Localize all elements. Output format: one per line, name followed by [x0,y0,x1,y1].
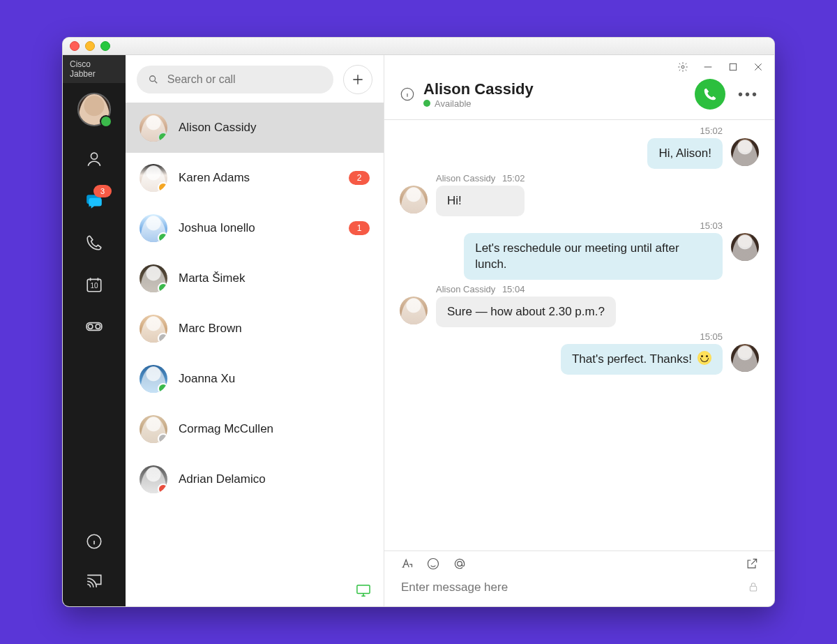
contact-row[interactable]: Alison Cassidy [126,103,384,153]
message-bubble: Sure — how about 2.30 p.m.? [436,297,616,327]
message-avatar [400,186,428,214]
contacts-nav-icon[interactable] [84,149,105,170]
nav-rail: Cisco Jabber 3 10 [63,55,126,606]
close-icon[interactable] [752,61,764,73]
mention-icon[interactable] [453,557,467,573]
message-sender: Alison Cassidy [436,284,495,294]
call-button[interactable] [695,79,725,110]
more-menu[interactable]: ••• [738,87,759,103]
presence-dot-icon [158,132,167,142]
presence-dot-icon [158,182,167,192]
format-icon[interactable] [400,557,414,573]
lock-icon [748,581,759,595]
composer [384,551,774,606]
self-avatar[interactable] [77,83,111,126]
chat-badge: 3 [93,185,112,197]
presence-dot-icon [158,433,167,443]
calls-nav-icon[interactable] [84,232,105,253]
svg-rect-9 [730,63,736,70]
chat-title: Alison Cassidy [423,80,534,98]
minimize-icon[interactable] [702,61,714,73]
device-icon[interactable] [356,583,371,599]
message-time: 15:02 [700,126,723,136]
zoom-traffic-light[interactable] [100,41,110,51]
presence-dot-icon [158,484,167,493]
popout-icon[interactable] [745,557,759,573]
emoji-icon[interactable] [426,557,440,573]
message-time: 15:04 [502,284,525,294]
contact-avatar [140,315,167,343]
search-box[interactable] [137,66,333,93]
chat-info-icon[interactable] [400,87,415,102]
contact-avatar [140,465,167,493]
cast-nav-icon[interactable] [84,570,105,591]
contact-name: Joshua Ionello [179,221,255,235]
message-input[interactable] [400,580,748,595]
presence-dot-icon [158,333,167,343]
message-meta: 15:05 [695,331,723,342]
presence-dot-icon [158,232,167,242]
add-button[interactable] [343,65,372,94]
message-meta: Alison Cassidy 15:02 [436,173,525,184]
svg-point-3 [88,324,92,329]
message-avatar [731,233,759,261]
search-input[interactable] [166,73,322,87]
info-nav-icon[interactable] [84,531,105,552]
message-avatar [400,297,428,324]
mac-titlebar [63,38,774,55]
svg-point-4 [96,324,100,329]
contact-name: Marc Brown [179,322,242,336]
chat-nav-icon[interactable]: 3 [84,190,105,211]
contact-avatar [140,214,167,242]
contact-row[interactable]: Marta Šimek [126,253,384,304]
calendar-nav-icon[interactable]: 10 [84,274,105,295]
svg-rect-2 [86,323,102,331]
message-time: 15:05 [700,331,723,342]
message-meta: 15:02 [695,126,723,136]
app-title: Cisco Jabber [63,55,126,83]
search-icon [148,73,159,86]
message-time: 15:03 [700,220,723,231]
message-row: 15:05That's perfect. Thanks! [400,331,759,375]
chat-status: Available [423,98,534,109]
close-traffic-light[interactable] [70,41,80,51]
maximize-icon[interactable] [727,61,739,73]
contact-row[interactable]: Marc Brown [126,304,384,354]
contact-name: Alison Cassidy [179,121,257,135]
presence-dot-icon [423,100,430,107]
chat-status-label: Available [435,98,472,109]
contact-row[interactable]: Karen Adams2 [126,153,384,203]
message-sender: Alison Cassidy [436,173,495,184]
svg-rect-7 [357,585,370,594]
plus-icon [351,73,365,87]
app-window: Cisco Jabber 3 10 [62,37,775,607]
svg-point-12 [458,562,462,567]
contact-avatar [140,114,167,142]
message-list[interactable]: 15:02Hi, Alison!Alison Cassidy 15:02Hi!1… [384,120,774,551]
chat-panel: Alison Cassidy Available ••• 15:02Hi, Al… [384,55,774,606]
presence-dot-icon [158,283,167,292]
contact-row[interactable]: Joshua Ionello1 [126,203,384,253]
svg-rect-13 [750,586,756,591]
message-bubble: Hi, Alison! [647,138,723,169]
contact-row[interactable]: Joanna Xu [126,354,384,404]
voicemail-nav-icon[interactable] [84,316,105,337]
svg-point-11 [428,559,439,569]
contact-row[interactable]: Cormag McCullen [126,404,384,454]
message-row: Alison Cassidy 15:04Sure — how about 2.3… [400,284,759,327]
contact-row[interactable]: Adrian Delamico [126,454,384,504]
minimize-traffic-light[interactable] [85,41,95,51]
message-avatar [731,138,759,166]
message-bubble: That's perfect. Thanks! [561,344,723,375]
contact-name: Joanna Xu [179,372,235,386]
settings-icon[interactable] [677,61,689,73]
app-body: Cisco Jabber 3 10 [63,55,774,606]
message-row: 15:03Let's reschedule our meeting until … [400,220,759,280]
message-row: Alison Cassidy 15:02Hi! [400,173,759,216]
self-presence-dot [100,115,112,128]
smile-emoji-icon [698,351,711,365]
unread-badge: 1 [349,221,370,235]
message-row: 15:02Hi, Alison! [400,126,759,169]
message-bubble: Hi! [436,186,525,216]
message-time: 15:02 [502,173,525,184]
